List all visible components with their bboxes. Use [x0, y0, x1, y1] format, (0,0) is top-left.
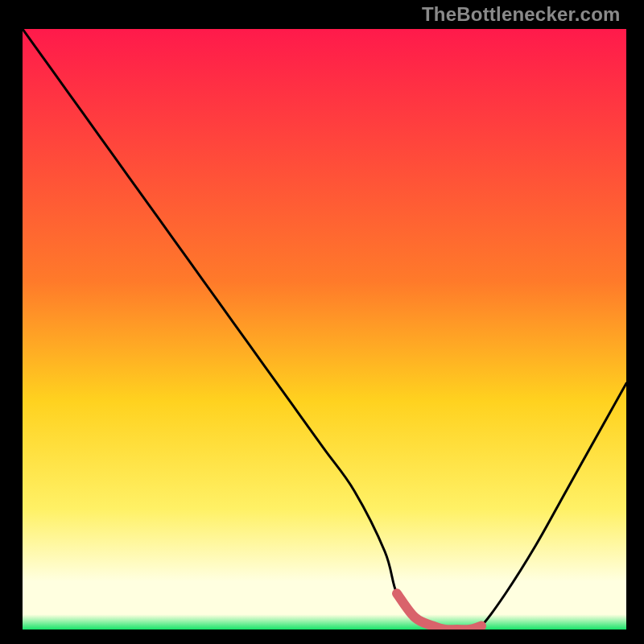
plot-area — [23, 29, 626, 630]
watermark-text: TheBottlenecker.com — [422, 3, 621, 26]
chart-frame: TheBottlenecker.com — [0, 0, 644, 644]
chart-svg — [23, 29, 626, 630]
gradient-background — [23, 29, 626, 630]
